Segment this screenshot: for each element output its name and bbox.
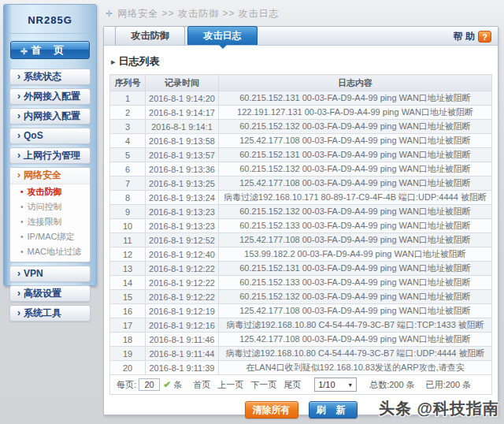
pagination-link[interactable]: 首页 [193, 379, 210, 391]
pagination-link[interactable]: 尾页 [284, 379, 301, 391]
table-row: 11 2016-8-1 9:12:52 125.42.177.108 00-03… [110, 233, 492, 247]
home-button[interactable]: ✛ 首 页 [10, 41, 90, 59]
cell-time: 2016-8-1 9:12:52 [146, 233, 219, 247]
table-row: 7 2016-8-1 9:13:25 125.42.177.108 00-03-… [110, 177, 492, 191]
sidebar-item[interactable]: ›内网接入配置 [9, 108, 91, 125]
pagination-link[interactable]: 下一页 [250, 379, 276, 391]
cell-seq: 14 [110, 276, 146, 290]
chevron-right-icon: › [17, 130, 20, 141]
breadcrumb: ✛网络安全 >> 攻击防御 >> 攻击日志 [106, 7, 280, 20]
cell-content: 60.215.152.131 00-03-FA-D9-A4-99 ping WA… [219, 148, 492, 162]
cell-content: 125.42.177.108 00-03-FA-D9-A4-99 ping WA… [219, 304, 492, 318]
cell-content: 125.42.177.108 00-03-FA-D9-A4-99 ping WA… [219, 333, 492, 347]
page-select[interactable]: 1/10 ▼ [314, 378, 357, 392]
confirm-check-icon[interactable]: ✔ [163, 379, 171, 390]
page-select-value: 1/10 [318, 380, 335, 389]
cell-content: 病毒过滤192.168.10.80 C4-54-44-79-3C-B7 端口:U… [219, 347, 492, 361]
chevron-right-icon: › [17, 307, 20, 318]
cell-seq: 1 [110, 91, 146, 106]
table-row: 9 2016-8-1 9:13:23 60.215.152.132 00-03-… [110, 205, 492, 219]
cell-seq: 8 [110, 191, 146, 205]
cell-content: 125.42.177.108 00-03-FA-D9-A4-99 ping WA… [219, 134, 492, 148]
table-row: 13 2016-8-1 9:12:22 60.215.152.131 00-03… [110, 262, 492, 276]
cell-time: 2016-8-1 9:11:44 [146, 347, 219, 361]
sidebar-subitem[interactable]: •MAC地址过滤 [10, 244, 90, 259]
tab[interactable]: 攻击日志 [187, 26, 258, 45]
cell-content: 60.215.152.132 00-03-FA-D9-A4-99 ping WA… [219, 290, 492, 304]
section-arrow-icon: ▸ [111, 57, 116, 66]
sidebar-subitem[interactable]: •连接限制 [10, 214, 90, 229]
cell-seq: 2 [110, 106, 146, 120]
sidebar-subitem[interactable]: •攻击防御 [10, 184, 90, 199]
cell-seq: 6 [110, 162, 146, 177]
cell-time: 2016-8-1 9:14:20 [146, 91, 219, 106]
per-page-label: 每页: [117, 379, 136, 391]
cell-content: 病毒过滤192.168.10.80 C4-54-44-79-3C-B7 端口:T… [219, 318, 492, 333]
sidebar-item[interactable]: ›外网接入配置 [9, 88, 91, 105]
sidebar-item[interactable]: ›系统状态 [9, 69, 91, 85]
sidebar-item[interactable]: ›高级设置 [9, 285, 91, 302]
table-row: 2 2016-8-1 9:14:17 122.191.127.131 00-03… [110, 106, 492, 120]
sidebar-item[interactable]: ›VPN [9, 266, 91, 282]
table-row: 10 2016-8-1 9:13:23 60.215.152.133 00-03… [110, 219, 492, 233]
used-count: 已用:200 条 [426, 379, 471, 391]
cell-seq: 19 [110, 347, 146, 361]
cell-seq: 9 [110, 205, 146, 219]
sidebar: NR285G ✛ 首 页 ›系统状态 ›外网接入配置 ›内网接入配置 ›QoS … [3, 4, 97, 286]
section-title-text: 日志列表 [119, 55, 160, 67]
home-button-label: 首 页 [32, 44, 69, 56]
cell-content: 125.42.177.108 00-03-FA-D9-A4-99 ping WA… [219, 177, 492, 191]
chevron-right-icon: › [17, 71, 20, 82]
cell-content: 病毒过滤192.168.10.171 80-89-17-C9-4F-4B 端口:… [219, 191, 492, 205]
dropdown-arrow-icon: ▼ [347, 382, 353, 388]
sidebar-subitem-label: 攻击防御 [28, 187, 62, 196]
chevron-right-icon: › [17, 150, 20, 161]
chevron-right-icon: › [17, 110, 20, 121]
cell-time: 2016-8-1 9:13:57 [146, 148, 219, 162]
chevron-right-icon: › [17, 91, 20, 102]
cell-seq: 18 [110, 333, 146, 347]
refresh-button[interactable]: 刷 新 [309, 401, 358, 418]
column-header-time: 记录时间 [146, 75, 219, 91]
sidebar-item-label: 高级设置 [24, 288, 61, 299]
pagination-link[interactable]: 上一页 [217, 379, 243, 391]
sidebar-item-label: 外网接入配置 [24, 91, 80, 102]
column-header-seq: 序列号 [110, 75, 146, 91]
table-row: 20 2016-8-1 9:11:39 在LAN4口收到疑似192.168.10… [110, 361, 492, 375]
table-row: 12 2016-8-1 9:12:40 153.99.182.2 00-03-F… [110, 247, 492, 262]
main-panel: 攻击防御攻击日志 帮 助 ? ▸日志列表 序列号 记录时间 日志内容 1 [103, 26, 498, 415]
sidebar-item-label: 网络安全 [24, 169, 61, 180]
sidebar-subitem[interactable]: •访问控制 [10, 199, 90, 214]
column-header-content: 日志内容 [219, 75, 492, 91]
sidebar-item[interactable]: ›系统工具 [9, 305, 91, 322]
table-row: 15 2016-8-1 9:12:22 60.215.152.132 00-03… [110, 290, 492, 304]
sidebar-item[interactable]: ›QoS [9, 128, 91, 144]
per-page-input[interactable] [139, 378, 160, 391]
sidebar-group-network-security: ›网络安全 •攻击防御 •访问控制 •连接限制 •IP/MAC绑定 •MAC地址… [9, 167, 91, 262]
cell-seq: 13 [110, 262, 146, 276]
table-row: 1 2016-8-1 9:14:20 60.215.152.131 00-03-… [110, 91, 492, 106]
cell-time: 2016-8-1 9:12:16 [146, 318, 219, 333]
cell-content: 在LAN4口收到疑似192.168.10.83发送的ARP攻击,请查实 [219, 361, 492, 375]
sidebar-subitem[interactable]: •IP/MAC绑定 [10, 229, 90, 244]
cell-seq: 4 [110, 134, 146, 148]
help-link[interactable]: 帮 助 ? [454, 30, 491, 43]
cell-content: 125.42.177.108 00-03-FA-D9-A4-99 ping WA… [219, 233, 492, 247]
table-row: 19 2016-8-1 9:11:44 病毒过滤192.168.10.80 C4… [110, 347, 492, 361]
table-row: 4 2016-8-1 9:13:58 125.42.177.108 00-03-… [110, 134, 492, 148]
clear-all-button[interactable]: 清除所有 [245, 401, 298, 418]
cell-seq: 10 [110, 219, 146, 233]
sidebar-subitem-label: 访问控制 [28, 202, 62, 211]
table-row: 14 2016-8-1 9:12:22 60.215.152.133 00-03… [110, 276, 492, 290]
cell-time: 2016-8-1 9:11:39 [146, 361, 219, 375]
table-row: 17 2016-8-1 9:12:16 病毒过滤192.168.10.80 C4… [110, 318, 492, 333]
sidebar-item[interactable]: ›上网行为管理 [9, 147, 91, 164]
sidebar-item-network-security[interactable]: ›网络安全 [10, 168, 90, 184]
log-content: ▸日志列表 序列号 记录时间 日志内容 1 2016-8-1 9:14:20 6… [104, 54, 498, 418]
bullet-icon: • [20, 203, 24, 211]
tab[interactable]: 攻击防御 [115, 26, 185, 45]
cell-content: 60.215.152.132 00-03-FA-D9-A4-99 ping WA… [219, 205, 492, 219]
section-title: ▸日志列表 [111, 54, 491, 69]
cell-time: 2016-8-1 9:13:23 [146, 219, 219, 233]
home-icon: ✛ [20, 43, 28, 60]
